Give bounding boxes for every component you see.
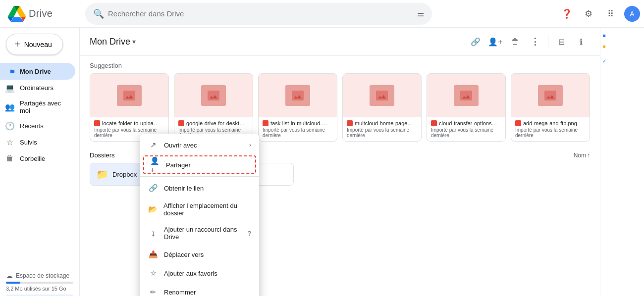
sidebar-item-suivis[interactable]: ☆ Suivis (0, 134, 75, 150)
suggestion-name: multcloud-home-page (1).png (355, 120, 414, 126)
sidebar-item-corbeille[interactable]: 🗑 Corbeille (0, 150, 75, 166)
sidebar-item-partages[interactable]: 👥 Partagés avec moi (0, 96, 75, 118)
clock-icon: 🕐 (5, 121, 15, 131)
apps-button[interactable]: ⠿ (600, 4, 620, 24)
suggestion-card[interactable]: task-list-in-multcloud.png Importé par v… (258, 73, 337, 142)
suggestion-name: add-mega-and-ftp.png (523, 120, 577, 126)
menu-item-obtenir-lien[interactable]: 🔗 Obtenir le lien (140, 179, 259, 197)
suggestion-name: locate-folder-to-upload-to-go... (102, 120, 161, 126)
submenu-arrow-icon: › (249, 142, 251, 148)
search-bar: 🔍 ⚌ (85, 3, 432, 25)
open-with-icon: ↗ (148, 140, 158, 150)
suggestion-card[interactable]: google-drive-for-desktop.png Importé par… (174, 73, 253, 142)
folder-location-icon: 📂 (148, 204, 158, 214)
suggestion-name: cloud-transfer-options.png (439, 120, 498, 126)
menu-item-ajouter-raccourci[interactable]: ⤵ Ajouter un raccourci dans Drive ? (140, 221, 259, 245)
context-menu: ↗ Ouvrir avec › 👤+ Partager 🔗 Obtenir le… (140, 134, 259, 296)
folders-title: Dossiers (90, 151, 115, 159)
breadcrumb-title: Mon Drive (90, 37, 130, 47)
plus-icon: + (14, 39, 20, 50)
menu-item-afficher-emplacement[interactable]: 📂 Afficher l'emplacement du dossier (140, 197, 259, 221)
sidebar: + Nouveau Mon Drive 💻 Ordinateurs 👥 Part… (0, 28, 79, 296)
search-icon: 🔍 (93, 8, 104, 19)
app-name: Drive (29, 8, 53, 19)
menu-item-open-with[interactable]: ↗ Ouvrir avec › (140, 136, 259, 154)
breadcrumb[interactable]: Mon Drive ▾ (90, 37, 136, 47)
mon-drive-icon (5, 66, 15, 76)
logo-area[interactable]: Drive (4, 6, 83, 22)
help-circle-icon: ? (248, 230, 251, 237)
right-panel-check-icon[interactable]: ✓ (601, 57, 608, 64)
sidebar-item-ordinateurs[interactable]: 💻 Ordinateurs (0, 80, 75, 96)
filter-icon[interactable]: ⚌ (417, 9, 424, 18)
svg-rect-3 (376, 91, 388, 100)
trash-icon: 🗑 (5, 154, 15, 163)
new-button[interactable]: + Nouveau (6, 34, 63, 55)
suggestion-card[interactable]: locate-folder-to-upload-to-go... Importé… (90, 73, 169, 142)
suggestions-title: Suggestion (80, 56, 600, 73)
suggestion-date: Importé par vous la semaine dernière (347, 127, 417, 138)
menu-item-renommer[interactable]: ✏ Renommer (140, 283, 259, 296)
folder-name: Dropbox (112, 171, 137, 178)
share-icon: 👤+ (150, 160, 160, 170)
storage-label: Espace de stockage (16, 272, 69, 279)
sidebar-item-mon-drive[interactable]: Mon Drive (0, 63, 75, 80)
suggestion-card[interactable]: cloud-transfer-options.png Importé par v… (427, 73, 506, 142)
computer-icon: 💻 (5, 83, 15, 93)
svg-rect-0 (123, 91, 135, 100)
cloud-icon: ☁ (6, 272, 13, 280)
suggestion-date: Importé par vous la semaine dernière (263, 127, 333, 138)
svg-rect-2 (292, 91, 304, 100)
storage-bar (6, 282, 73, 284)
help-button[interactable]: ❓ (557, 4, 577, 24)
star-menu-icon: ☆ (148, 268, 158, 278)
delete-header-button[interactable]: 🗑 (506, 33, 524, 50)
sidebar-item-label: Partagés avec moi (20, 99, 69, 114)
suggestion-name: task-list-in-multcloud.png (270, 120, 330, 126)
sidebar-item-label: Récents (20, 122, 44, 130)
menu-item-deplacer[interactable]: 📤 Déplacer vers (140, 245, 259, 264)
suggestion-card[interactable]: multcloud-home-page (1).png Importé par … (342, 73, 422, 142)
drive-logo-icon (8, 6, 26, 22)
sidebar-item-label: Mon Drive (20, 68, 51, 75)
star-icon: ☆ (5, 138, 15, 147)
right-panel-top-icon[interactable]: ■ (601, 32, 608, 39)
storage-fill (6, 282, 20, 284)
share-header-button[interactable]: 🔗 (467, 33, 484, 50)
shortcut-icon: ⤵ (148, 228, 158, 238)
info-header-button[interactable]: ℹ (572, 33, 590, 50)
right-panel-note-icon[interactable]: ■ (601, 43, 608, 49)
svg-rect-4 (460, 91, 472, 100)
suggestion-date: Importé par vous la semaine dernière (515, 127, 586, 138)
link-icon: 🔗 (148, 183, 158, 193)
list-view-button[interactable]: ⊟ (552, 33, 570, 50)
folder-icon: 📁 (96, 168, 108, 180)
more-header-button[interactable]: ⋮ (526, 33, 544, 50)
chevron-down-icon: ▾ (132, 38, 136, 46)
settings-button[interactable]: ⚙ (579, 4, 598, 24)
sidebar-item-recents[interactable]: 🕐 Récents (0, 118, 75, 134)
svg-rect-1 (208, 91, 219, 100)
sidebar-item-label: Corbeille (20, 155, 45, 162)
storage-section: ☁ Espace de stockage 3,2 Mo utilisés sur… (0, 268, 79, 296)
sort-button[interactable]: Nom ↑ (574, 152, 590, 159)
add-person-header-button[interactable]: 👤+ (486, 33, 504, 50)
svg-rect-5 (544, 91, 556, 100)
avatar[interactable]: A (624, 6, 640, 22)
suggestion-date: Importé par vous la semaine dernière (431, 127, 501, 138)
search-input[interactable] (108, 9, 413, 18)
rename-icon: ✏ (148, 287, 158, 296)
sidebar-item-label: Suivis (20, 139, 37, 146)
people-icon: 👥 (5, 102, 15, 112)
suggestion-name: google-drive-for-desktop.png (186, 120, 246, 126)
content-header: Mon Drive ▾ 🔗 👤+ 🗑 ⋮ ⊟ ℹ (80, 28, 600, 56)
suggestion-card[interactable]: add-mega-and-ftp.png Importé par vous la… (511, 73, 590, 142)
sidebar-item-label: Ordinateurs (20, 84, 54, 92)
storage-used: 3,2 Mo utilisés sur 15 Go (6, 286, 73, 292)
move-icon: 📤 (148, 249, 158, 259)
menu-item-ajouter-favoris[interactable]: ☆ Ajouter aux favoris (140, 264, 259, 283)
menu-item-partager[interactable]: 👤+ Partager (143, 155, 256, 174)
right-sidebar: ■ ■ ✓ › (600, 28, 608, 296)
